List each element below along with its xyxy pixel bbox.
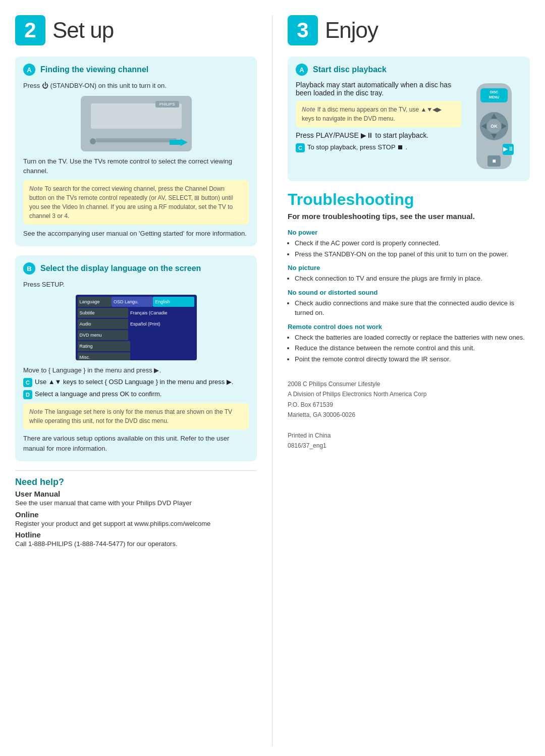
section-a-enjoy: A Start disc playback Playback may start… <box>288 57 530 181</box>
osd-cell-empty3 <box>128 330 191 340</box>
footer-info: 2008 C Philips Consumer Lifestyle A Divi… <box>288 374 530 451</box>
remote-svg: DISC MENU OK ▶⏸ <box>466 81 522 172</box>
remote-title: Remote control does not work <box>288 323 530 331</box>
hotline-label: Hotline <box>15 530 257 539</box>
user-manual-text: See the user manual that came with your … <box>15 498 257 508</box>
section2-title: Set up <box>52 18 114 43</box>
disc-slot <box>96 138 177 142</box>
svg-text:■: ■ <box>492 157 496 165</box>
no-picture-list: Check connection to TV and ensure the pl… <box>288 274 530 284</box>
remote-item-1: Check the batteries are loaded correctly… <box>295 333 530 343</box>
step-c-label: C <box>23 378 32 387</box>
remote-list: Check the batteries are loaded correctly… <box>288 333 530 364</box>
svg-text:MENU: MENU <box>489 95 500 99</box>
no-sound-item-1: Check audio connections and make sure th… <box>295 298 530 318</box>
start-disc-content: Playback may start automatically when a … <box>296 81 522 173</box>
footer-line6: Printed in China <box>288 430 530 441</box>
start-disc-note: NoteIf a disc menu appears on the TV, us… <box>296 101 461 127</box>
no-sound-title: No sound or distorted sound <box>288 289 530 296</box>
footer-line2: A Division of Philips Electronics North … <box>288 389 530 399</box>
section-b-setup: B Select the display language on the scr… <box>15 255 257 461</box>
section2-number: 2 <box>24 18 36 42</box>
osd-cell-empty4 <box>191 330 195 340</box>
osd-cell-subtitle: Subtitle <box>78 308 128 318</box>
page-container: 2 Set up A Finding the viewing channel P… <box>0 0 545 756</box>
need-help-title: Need help? <box>15 477 257 488</box>
osd-cell-empty6 <box>130 352 195 360</box>
section2-number-box: 2 <box>15 15 45 45</box>
section3-header: 3 Enjoy <box>288 15 530 45</box>
troubleshooting-subtitle: For more troubleshooting tips, see the u… <box>288 211 530 222</box>
osd-row-audio: Audio Español (Print) <box>78 319 195 329</box>
section-a-note: NoteTo search for the correct viewing ch… <box>23 180 249 225</box>
osd-cell-misc: Misc. <box>78 352 130 360</box>
button-dot <box>90 138 96 144</box>
note-text-3: If a disc menu appears on the TV, use ▲▼… <box>302 106 442 122</box>
footer-line7: 0816/37_eng1 <box>288 441 530 451</box>
osd-cell-lang-label: Language <box>78 297 112 307</box>
osd-row-rating: Rating <box>78 341 195 351</box>
no-power-title: No power <box>288 229 530 236</box>
osd-cell-audio: Audio <box>78 319 128 329</box>
osd-row-misc: Misc. <box>78 352 195 360</box>
osd-menu-illustration: Language OSD Langu. English Subtitle Fra… <box>76 295 197 360</box>
section-a-label: A <box>23 64 35 76</box>
section-a-step1: Press ⏻ (STANDBY-ON) on this unit to tur… <box>23 81 249 91</box>
osd-row-subtitle: Subtitle Français (Canadie <box>78 308 195 318</box>
step-c-text: Use ▲▼ keys to select { OSD Language } i… <box>35 378 233 386</box>
section-b-note: NoteThe language set here is only for th… <box>23 403 249 429</box>
section-b-step3: There are various setup options availabl… <box>23 434 249 453</box>
section-a-title: A Finding the viewing channel <box>23 64 249 76</box>
need-help-section: Need help? User Manual See the user manu… <box>15 470 257 549</box>
no-power-item-2: Press the STANDBY-ON on the top panel of… <box>295 249 530 259</box>
footer-line4: Marietta, GA 30006-0026 <box>288 410 530 420</box>
note-label-3: Note <box>302 106 315 113</box>
section3-number-box: 3 <box>288 15 318 45</box>
section-b-title: B Select the display language on the scr… <box>23 262 249 275</box>
online-label: Online <box>15 510 257 519</box>
osd-cell-spanish: Español (Print) <box>128 319 191 329</box>
note-label-1: Note <box>29 185 43 192</box>
stop-step-text: To stop playback, press STOP ⏹ . <box>307 143 407 151</box>
section-b-label: B <box>23 262 35 275</box>
user-manual-label: User Manual <box>15 490 257 498</box>
philips-logo: PHILIPS <box>155 101 179 107</box>
troubleshooting-section: Troubleshooting For more troubleshooting… <box>288 190 530 364</box>
left-column: 2 Set up A Finding the viewing channel P… <box>15 15 272 746</box>
note-text-2: The language set here is only for the me… <box>29 408 232 424</box>
section-a-setup: A Finding the viewing channel Press ⏻ (S… <box>15 57 257 246</box>
section2-header: 2 Set up <box>15 15 257 45</box>
osd-cell-french: Français (Canadie <box>128 308 191 318</box>
section-b-step-d: D Select a language and press OK to conf… <box>23 390 249 399</box>
section-b-heading: Select the display language on the scree… <box>40 264 201 273</box>
section-b-step2: Move to { Language } in the menu and pre… <box>23 365 249 375</box>
right-column: 3 Enjoy A Start disc playback Playback m… <box>272 15 530 746</box>
osd-cell-osd: OSD Langu. <box>112 297 153 307</box>
osd-row-header: Language OSD Langu. English <box>78 297 195 307</box>
note-text-1: To search for the correct viewing channe… <box>29 185 233 220</box>
footer-line1: 2008 C Philips Consumer Lifestyle <box>288 379 530 389</box>
svg-text:▶⏸: ▶⏸ <box>503 145 514 152</box>
step-d-text: Select a language and press OK to confir… <box>35 390 161 398</box>
hotline-text: Call 1-888-PHILIPS (1-888-744-5477) for … <box>15 539 257 549</box>
section-a-enjoy-label: A <box>296 64 308 76</box>
svg-text:DISC: DISC <box>490 90 499 94</box>
remote-item-2: Reduce the distance between the remote c… <box>295 343 530 353</box>
remote-item-3: Point the remote control directly toward… <box>295 354 530 364</box>
no-power-list: Check if the AC power cord is properly c… <box>288 238 530 259</box>
osd-cell-english: English <box>153 297 194 307</box>
osd-cell-empty1 <box>191 308 195 318</box>
no-power-item-1: Check if the AC power cord is properly c… <box>295 238 530 248</box>
start-disc-text1: Playback may start automatically when a … <box>296 81 461 97</box>
svg-marker-0 <box>170 139 188 146</box>
section-b-step1: Press SETUP. <box>23 280 249 290</box>
no-picture-title: No picture <box>288 264 530 272</box>
osd-cell-empty5 <box>130 341 195 351</box>
section-a-heading: Finding the viewing channel <box>40 65 148 74</box>
section3-number: 3 <box>297 18 308 42</box>
svg-text:OK: OK <box>490 124 498 129</box>
section-a-step2: Turn on the TV. Use the TVs remote contr… <box>23 156 249 176</box>
online-text: Register your product and get support at… <box>15 519 257 529</box>
osd-row-dvd: DVD menu <box>78 330 195 340</box>
troubleshooting-title: Troubleshooting <box>288 190 530 209</box>
